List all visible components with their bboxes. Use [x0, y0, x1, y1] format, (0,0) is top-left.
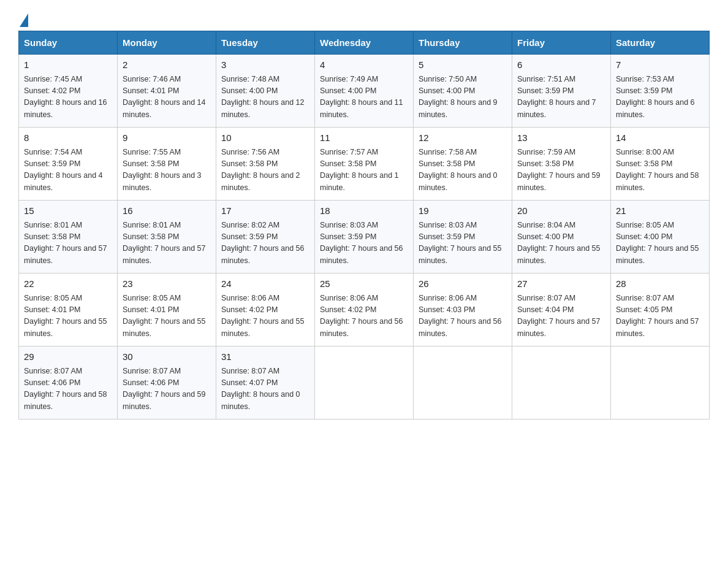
calendar-cell: 8Sunrise: 7:54 AMSunset: 3:59 PMDaylight…: [19, 128, 118, 201]
day-number: 24: [221, 277, 309, 291]
day-number: 19: [419, 204, 507, 218]
day-number: 7: [616, 58, 704, 72]
day-info: Sunrise: 8:07 AMSunset: 4:07 PMDaylight:…: [221, 367, 300, 411]
day-info: Sunrise: 8:02 AMSunset: 3:59 PMDaylight:…: [221, 221, 305, 265]
day-info: Sunrise: 7:48 AMSunset: 4:00 PMDaylight:…: [221, 75, 305, 119]
calendar-cell: [414, 347, 512, 419]
day-info: Sunrise: 7:59 AMSunset: 3:58 PMDaylight:…: [517, 148, 601, 192]
day-number: 12: [419, 131, 507, 145]
column-header-wednesday: Wednesday: [315, 31, 414, 55]
day-info: Sunrise: 7:53 AMSunset: 3:59 PMDaylight:…: [616, 75, 695, 119]
column-header-tuesday: Tuesday: [216, 31, 315, 55]
calendar-week-row: 22Sunrise: 8:05 AMSunset: 4:01 PMDayligh…: [19, 274, 710, 347]
calendar-cell: 24Sunrise: 8:06 AMSunset: 4:02 PMDayligh…: [216, 274, 315, 347]
day-number: 3: [221, 58, 309, 72]
day-number: 26: [419, 277, 507, 291]
calendar-cell: 9Sunrise: 7:55 AMSunset: 3:58 PMDaylight…: [118, 128, 216, 201]
day-info: Sunrise: 8:05 AMSunset: 4:01 PMDaylight:…: [24, 294, 107, 338]
calendar-cell: 19Sunrise: 8:03 AMSunset: 3:59 PMDayligh…: [414, 201, 512, 274]
day-number: 14: [616, 131, 704, 145]
calendar-cell: 23Sunrise: 8:05 AMSunset: 4:01 PMDayligh…: [118, 274, 216, 347]
calendar-week-row: 29Sunrise: 8:07 AMSunset: 4:06 PMDayligh…: [19, 347, 710, 419]
day-info: Sunrise: 8:03 AMSunset: 3:59 PMDaylight:…: [419, 221, 502, 265]
day-number: 5: [419, 58, 507, 72]
calendar-cell: 16Sunrise: 8:01 AMSunset: 3:58 PMDayligh…: [118, 201, 216, 274]
day-number: 2: [123, 58, 211, 72]
day-info: Sunrise: 7:54 AMSunset: 3:59 PMDaylight:…: [24, 148, 103, 192]
day-info: Sunrise: 7:49 AMSunset: 4:00 PMDaylight:…: [320, 75, 403, 119]
day-number: 20: [517, 204, 605, 218]
day-number: 11: [320, 131, 408, 145]
calendar-cell: 27Sunrise: 8:07 AMSunset: 4:04 PMDayligh…: [512, 274, 611, 347]
day-info: Sunrise: 8:06 AMSunset: 4:03 PMDaylight:…: [419, 294, 502, 338]
day-number: 18: [320, 204, 408, 218]
calendar-cell: [611, 347, 710, 419]
calendar-cell: [315, 347, 414, 419]
calendar-cell: 11Sunrise: 7:57 AMSunset: 3:58 PMDayligh…: [315, 128, 414, 201]
day-number: 6: [517, 58, 605, 72]
calendar-cell: 28Sunrise: 8:07 AMSunset: 4:05 PMDayligh…: [611, 274, 710, 347]
calendar-week-row: 1Sunrise: 7:45 AMSunset: 4:02 PMDaylight…: [19, 55, 710, 128]
calendar-week-row: 8Sunrise: 7:54 AMSunset: 3:59 PMDaylight…: [19, 128, 710, 201]
calendar-cell: 1Sunrise: 7:45 AMSunset: 4:02 PMDaylight…: [19, 55, 118, 128]
calendar-cell: 4Sunrise: 7:49 AMSunset: 4:00 PMDaylight…: [315, 55, 414, 128]
day-number: 25: [320, 277, 408, 291]
day-number: 23: [123, 277, 211, 291]
calendar-cell: 7Sunrise: 7:53 AMSunset: 3:59 PMDaylight…: [611, 55, 710, 128]
day-number: 17: [221, 204, 309, 218]
logo-triangle-icon: [20, 13, 28, 27]
calendar-cell: 20Sunrise: 8:04 AMSunset: 4:00 PMDayligh…: [512, 201, 611, 274]
logo: [18, 12, 28, 25]
day-info: Sunrise: 8:04 AMSunset: 4:00 PMDaylight:…: [517, 221, 601, 265]
calendar-cell: 6Sunrise: 7:51 AMSunset: 3:59 PMDaylight…: [512, 55, 611, 128]
day-number: 9: [123, 131, 211, 145]
day-info: Sunrise: 8:01 AMSunset: 3:58 PMDaylight:…: [24, 221, 107, 265]
column-header-friday: Friday: [512, 31, 611, 55]
calendar-cell: 14Sunrise: 8:00 AMSunset: 3:58 PMDayligh…: [611, 128, 710, 201]
day-number: 31: [221, 350, 309, 364]
calendar-cell: 12Sunrise: 7:58 AMSunset: 3:58 PMDayligh…: [414, 128, 512, 201]
calendar-cell: 22Sunrise: 8:05 AMSunset: 4:01 PMDayligh…: [19, 274, 118, 347]
column-header-sunday: Sunday: [19, 31, 118, 55]
day-info: Sunrise: 8:06 AMSunset: 4:02 PMDaylight:…: [221, 294, 305, 338]
day-info: Sunrise: 8:05 AMSunset: 4:01 PMDaylight:…: [123, 294, 206, 338]
calendar-header-row: SundayMondayTuesdayWednesdayThursdayFrid…: [19, 31, 710, 55]
day-info: Sunrise: 8:07 AMSunset: 4:06 PMDaylight:…: [24, 367, 107, 411]
day-info: Sunrise: 7:57 AMSunset: 3:58 PMDaylight:…: [320, 148, 399, 192]
calendar-cell: 13Sunrise: 7:59 AMSunset: 3:58 PMDayligh…: [512, 128, 611, 201]
day-info: Sunrise: 7:50 AMSunset: 4:00 PMDaylight:…: [419, 75, 498, 119]
day-number: 21: [616, 204, 704, 218]
day-number: 27: [517, 277, 605, 291]
column-header-thursday: Thursday: [414, 31, 512, 55]
day-number: 22: [24, 277, 112, 291]
column-header-monday: Monday: [118, 31, 216, 55]
calendar-cell: 17Sunrise: 8:02 AMSunset: 3:59 PMDayligh…: [216, 201, 315, 274]
day-info: Sunrise: 7:46 AMSunset: 4:01 PMDaylight:…: [123, 75, 206, 119]
day-info: Sunrise: 7:56 AMSunset: 3:58 PMDaylight:…: [221, 148, 300, 192]
calendar-cell: 5Sunrise: 7:50 AMSunset: 4:00 PMDaylight…: [414, 55, 512, 128]
day-number: 29: [24, 350, 112, 364]
calendar-cell: 18Sunrise: 8:03 AMSunset: 3:59 PMDayligh…: [315, 201, 414, 274]
calendar-cell: [512, 347, 611, 419]
day-info: Sunrise: 7:45 AMSunset: 4:02 PMDaylight:…: [24, 75, 107, 119]
day-number: 13: [517, 131, 605, 145]
calendar-cell: 30Sunrise: 8:07 AMSunset: 4:06 PMDayligh…: [118, 347, 216, 419]
column-header-saturday: Saturday: [611, 31, 710, 55]
day-info: Sunrise: 8:05 AMSunset: 4:00 PMDaylight:…: [616, 221, 699, 265]
page-header: [18, 12, 710, 25]
calendar-cell: 29Sunrise: 8:07 AMSunset: 4:06 PMDayligh…: [19, 347, 118, 419]
calendar-cell: 3Sunrise: 7:48 AMSunset: 4:00 PMDaylight…: [216, 55, 315, 128]
calendar-cell: 31Sunrise: 8:07 AMSunset: 4:07 PMDayligh…: [216, 347, 315, 419]
calendar-cell: 25Sunrise: 8:06 AMSunset: 4:02 PMDayligh…: [315, 274, 414, 347]
calendar-table: SundayMondayTuesdayWednesdayThursdayFrid…: [18, 31, 710, 419]
calendar-week-row: 15Sunrise: 8:01 AMSunset: 3:58 PMDayligh…: [19, 201, 710, 274]
day-number: 30: [123, 350, 211, 364]
day-number: 15: [24, 204, 112, 218]
day-info: Sunrise: 7:51 AMSunset: 3:59 PMDaylight:…: [517, 75, 596, 119]
calendar-cell: 2Sunrise: 7:46 AMSunset: 4:01 PMDaylight…: [118, 55, 216, 128]
day-number: 16: [123, 204, 211, 218]
day-info: Sunrise: 8:06 AMSunset: 4:02 PMDaylight:…: [320, 294, 403, 338]
day-info: Sunrise: 8:07 AMSunset: 4:04 PMDaylight:…: [517, 294, 601, 338]
day-info: Sunrise: 8:07 AMSunset: 4:06 PMDaylight:…: [123, 367, 206, 411]
day-info: Sunrise: 8:01 AMSunset: 3:58 PMDaylight:…: [123, 221, 206, 265]
